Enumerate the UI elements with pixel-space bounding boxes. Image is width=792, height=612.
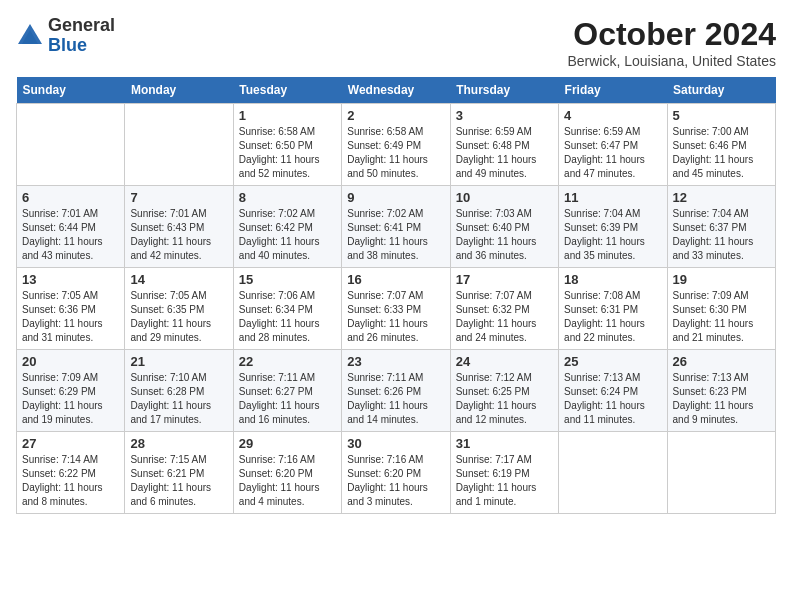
day-number: 14 [130,272,227,287]
day-info: Sunrise: 7:11 AM Sunset: 6:27 PM Dayligh… [239,371,336,427]
header-tuesday: Tuesday [233,77,341,104]
logo-text: General Blue [48,16,115,56]
header-sunday: Sunday [17,77,125,104]
day-number: 24 [456,354,553,369]
day-number: 10 [456,190,553,205]
location: Berwick, Louisiana, United States [567,53,776,69]
day-info: Sunrise: 7:05 AM Sunset: 6:36 PM Dayligh… [22,289,119,345]
day-number: 7 [130,190,227,205]
day-info: Sunrise: 7:09 AM Sunset: 6:30 PM Dayligh… [673,289,770,345]
day-info: Sunrise: 7:08 AM Sunset: 6:31 PM Dayligh… [564,289,661,345]
day-info: Sunrise: 7:01 AM Sunset: 6:44 PM Dayligh… [22,207,119,263]
week-row: 6Sunrise: 7:01 AM Sunset: 6:44 PM Daylig… [17,186,776,268]
day-number: 26 [673,354,770,369]
day-number: 8 [239,190,336,205]
calendar-cell: 9Sunrise: 7:02 AM Sunset: 6:41 PM Daylig… [342,186,450,268]
day-number: 19 [673,272,770,287]
calendar-cell: 2Sunrise: 6:58 AM Sunset: 6:49 PM Daylig… [342,104,450,186]
day-info: Sunrise: 7:16 AM Sunset: 6:20 PM Dayligh… [239,453,336,509]
day-number: 18 [564,272,661,287]
calendar-cell: 6Sunrise: 7:01 AM Sunset: 6:44 PM Daylig… [17,186,125,268]
day-number: 17 [456,272,553,287]
day-number: 1 [239,108,336,123]
day-number: 20 [22,354,119,369]
calendar-cell: 26Sunrise: 7:13 AM Sunset: 6:23 PM Dayli… [667,350,775,432]
calendar-cell [17,104,125,186]
calendar-cell: 4Sunrise: 6:59 AM Sunset: 6:47 PM Daylig… [559,104,667,186]
day-number: 4 [564,108,661,123]
calendar-cell: 17Sunrise: 7:07 AM Sunset: 6:32 PM Dayli… [450,268,558,350]
calendar-cell: 31Sunrise: 7:17 AM Sunset: 6:19 PM Dayli… [450,432,558,514]
header-saturday: Saturday [667,77,775,104]
day-info: Sunrise: 7:04 AM Sunset: 6:39 PM Dayligh… [564,207,661,263]
calendar-table: SundayMondayTuesdayWednesdayThursdayFrid… [16,77,776,514]
day-info: Sunrise: 6:58 AM Sunset: 6:50 PM Dayligh… [239,125,336,181]
calendar-cell: 10Sunrise: 7:03 AM Sunset: 6:40 PM Dayli… [450,186,558,268]
calendar-cell [667,432,775,514]
day-info: Sunrise: 7:07 AM Sunset: 6:33 PM Dayligh… [347,289,444,345]
day-info: Sunrise: 7:04 AM Sunset: 6:37 PM Dayligh… [673,207,770,263]
day-info: Sunrise: 7:12 AM Sunset: 6:25 PM Dayligh… [456,371,553,427]
calendar-cell: 18Sunrise: 7:08 AM Sunset: 6:31 PM Dayli… [559,268,667,350]
calendar-cell: 13Sunrise: 7:05 AM Sunset: 6:36 PM Dayli… [17,268,125,350]
calendar-cell: 14Sunrise: 7:05 AM Sunset: 6:35 PM Dayli… [125,268,233,350]
calendar-cell: 28Sunrise: 7:15 AM Sunset: 6:21 PM Dayli… [125,432,233,514]
day-number: 21 [130,354,227,369]
logo-blue: Blue [48,35,87,55]
day-info: Sunrise: 7:10 AM Sunset: 6:28 PM Dayligh… [130,371,227,427]
calendar-cell: 21Sunrise: 7:10 AM Sunset: 6:28 PM Dayli… [125,350,233,432]
header-friday: Friday [559,77,667,104]
day-number: 6 [22,190,119,205]
header-monday: Monday [125,77,233,104]
calendar-cell: 19Sunrise: 7:09 AM Sunset: 6:30 PM Dayli… [667,268,775,350]
day-number: 13 [22,272,119,287]
page-header: General Blue October 2024 Berwick, Louis… [16,16,776,69]
day-number: 11 [564,190,661,205]
day-info: Sunrise: 7:01 AM Sunset: 6:43 PM Dayligh… [130,207,227,263]
week-row: 1Sunrise: 6:58 AM Sunset: 6:50 PM Daylig… [17,104,776,186]
day-info: Sunrise: 6:59 AM Sunset: 6:47 PM Dayligh… [564,125,661,181]
calendar-cell: 24Sunrise: 7:12 AM Sunset: 6:25 PM Dayli… [450,350,558,432]
calendar-cell: 15Sunrise: 7:06 AM Sunset: 6:34 PM Dayli… [233,268,341,350]
day-info: Sunrise: 7:02 AM Sunset: 6:41 PM Dayligh… [347,207,444,263]
day-number: 16 [347,272,444,287]
calendar-cell: 25Sunrise: 7:13 AM Sunset: 6:24 PM Dayli… [559,350,667,432]
calendar-cell: 12Sunrise: 7:04 AM Sunset: 6:37 PM Dayli… [667,186,775,268]
calendar-cell: 29Sunrise: 7:16 AM Sunset: 6:20 PM Dayli… [233,432,341,514]
day-info: Sunrise: 7:14 AM Sunset: 6:22 PM Dayligh… [22,453,119,509]
day-number: 28 [130,436,227,451]
header-wednesday: Wednesday [342,77,450,104]
header-thursday: Thursday [450,77,558,104]
day-info: Sunrise: 7:09 AM Sunset: 6:29 PM Dayligh… [22,371,119,427]
calendar-cell: 22Sunrise: 7:11 AM Sunset: 6:27 PM Dayli… [233,350,341,432]
day-info: Sunrise: 7:05 AM Sunset: 6:35 PM Dayligh… [130,289,227,345]
day-info: Sunrise: 7:17 AM Sunset: 6:19 PM Dayligh… [456,453,553,509]
day-number: 15 [239,272,336,287]
day-info: Sunrise: 7:02 AM Sunset: 6:42 PM Dayligh… [239,207,336,263]
day-info: Sunrise: 7:15 AM Sunset: 6:21 PM Dayligh… [130,453,227,509]
calendar-cell: 7Sunrise: 7:01 AM Sunset: 6:43 PM Daylig… [125,186,233,268]
month-title: October 2024 [567,16,776,53]
calendar-cell: 1Sunrise: 6:58 AM Sunset: 6:50 PM Daylig… [233,104,341,186]
calendar-cell: 16Sunrise: 7:07 AM Sunset: 6:33 PM Dayli… [342,268,450,350]
day-number: 22 [239,354,336,369]
calendar-cell: 30Sunrise: 7:16 AM Sunset: 6:20 PM Dayli… [342,432,450,514]
logo-general: General [48,15,115,35]
logo-icon [16,22,44,50]
day-info: Sunrise: 7:06 AM Sunset: 6:34 PM Dayligh… [239,289,336,345]
week-row: 13Sunrise: 7:05 AM Sunset: 6:36 PM Dayli… [17,268,776,350]
calendar-cell [559,432,667,514]
day-info: Sunrise: 7:00 AM Sunset: 6:46 PM Dayligh… [673,125,770,181]
calendar-cell: 27Sunrise: 7:14 AM Sunset: 6:22 PM Dayli… [17,432,125,514]
day-info: Sunrise: 7:03 AM Sunset: 6:40 PM Dayligh… [456,207,553,263]
calendar-cell: 5Sunrise: 7:00 AM Sunset: 6:46 PM Daylig… [667,104,775,186]
week-row: 20Sunrise: 7:09 AM Sunset: 6:29 PM Dayli… [17,350,776,432]
day-info: Sunrise: 6:58 AM Sunset: 6:49 PM Dayligh… [347,125,444,181]
day-number: 5 [673,108,770,123]
calendar-cell: 8Sunrise: 7:02 AM Sunset: 6:42 PM Daylig… [233,186,341,268]
day-info: Sunrise: 7:13 AM Sunset: 6:24 PM Dayligh… [564,371,661,427]
header-row: SundayMondayTuesdayWednesdayThursdayFrid… [17,77,776,104]
day-info: Sunrise: 6:59 AM Sunset: 6:48 PM Dayligh… [456,125,553,181]
logo: General Blue [16,16,115,56]
day-number: 27 [22,436,119,451]
